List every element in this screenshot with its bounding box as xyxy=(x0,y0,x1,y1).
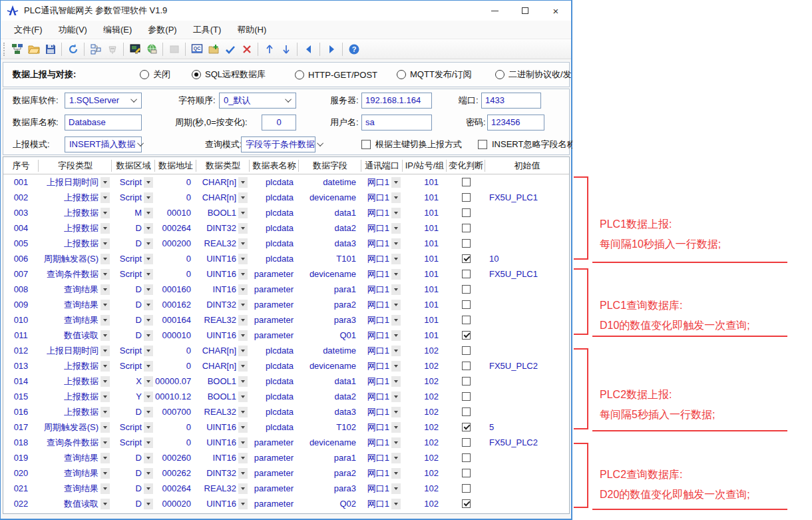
dropdown-button[interactable] xyxy=(144,407,153,417)
dropdown-button[interactable] xyxy=(144,254,153,264)
dropdown-button[interactable] xyxy=(144,453,153,463)
change-checkbox[interactable] xyxy=(462,285,471,294)
qc-monitor-icon[interactable]: QC xyxy=(188,41,205,57)
dropdown-button[interactable] xyxy=(101,453,110,463)
dropdown-button[interactable] xyxy=(101,269,110,280)
menu-item-function[interactable]: 功能(V) xyxy=(51,21,95,39)
dropdown-button[interactable] xyxy=(391,453,401,463)
change-checkbox[interactable] xyxy=(462,392,471,401)
server-input[interactable] xyxy=(361,93,432,109)
dropdown-button[interactable] xyxy=(144,315,153,326)
maximize-button[interactable] xyxy=(510,1,540,21)
dropdown-button[interactable] xyxy=(238,407,248,417)
menu-item-parameter[interactable]: 参数(P) xyxy=(140,21,184,39)
change-checkbox[interactable] xyxy=(462,377,471,386)
dropdown-button[interactable] xyxy=(144,269,153,280)
dropdown-button[interactable] xyxy=(238,254,248,264)
dropdown-button[interactable] xyxy=(101,391,110,402)
primary-key-switch-checkbox[interactable]: 根据主键切换上报方式 xyxy=(361,138,462,150)
dropdown-button[interactable] xyxy=(391,315,401,326)
dropdown-button[interactable] xyxy=(101,422,110,433)
dropdown-button[interactable] xyxy=(238,422,248,433)
dropdown-button[interactable] xyxy=(238,223,248,234)
change-checkbox[interactable] xyxy=(462,239,471,248)
dropdown-button[interactable] xyxy=(144,391,153,402)
dropdown-button[interactable] xyxy=(101,330,110,341)
dropdown-button[interactable] xyxy=(144,346,153,356)
delete-x-icon[interactable] xyxy=(238,41,255,57)
dropdown-button[interactable] xyxy=(144,300,153,310)
dropdown-button[interactable] xyxy=(144,422,153,433)
help-icon[interactable]: ? xyxy=(345,41,362,57)
change-checkbox[interactable] xyxy=(462,193,471,202)
dropdown-button[interactable] xyxy=(101,376,110,387)
change-checkbox[interactable] xyxy=(462,178,471,186)
change-checkbox[interactable] xyxy=(462,438,471,447)
change-checkbox[interactable] xyxy=(462,254,471,263)
radio-option-3[interactable]: MQTT发布/订阅 xyxy=(397,69,471,81)
change-checkbox[interactable] xyxy=(462,300,471,309)
change-checkbox[interactable] xyxy=(462,208,471,217)
dropdown-button[interactable] xyxy=(238,499,248,509)
dropdown-button[interactable] xyxy=(391,223,401,234)
change-checkbox[interactable] xyxy=(462,407,471,416)
save-icon[interactable] xyxy=(42,41,59,57)
dropdown-button[interactable] xyxy=(101,208,110,218)
change-checkbox[interactable] xyxy=(462,224,471,232)
dropdown-button[interactable] xyxy=(101,346,110,356)
dropdown-button[interactable] xyxy=(391,361,401,372)
change-checkbox[interactable] xyxy=(462,316,471,324)
dropdown-button[interactable] xyxy=(144,192,153,203)
dropdown-button[interactable] xyxy=(144,483,153,494)
dropdown-button[interactable] xyxy=(391,177,401,188)
db-name-input[interactable] xyxy=(65,115,142,130)
dropdown-button[interactable] xyxy=(238,300,248,310)
change-checkbox[interactable] xyxy=(462,484,471,493)
dropdown-button[interactable] xyxy=(238,284,248,295)
dropdown-button[interactable] xyxy=(391,238,401,249)
radio-option-2[interactable]: HTTP-GET/POST xyxy=(295,70,377,80)
dropdown-button[interactable] xyxy=(238,361,248,372)
dropdown-button[interactable] xyxy=(238,437,248,448)
change-checkbox[interactable] xyxy=(462,499,471,508)
dropdown-button[interactable] xyxy=(144,208,153,218)
dropdown-button[interactable] xyxy=(101,284,110,295)
dropdown-button[interactable] xyxy=(238,483,248,494)
dropdown-button[interactable] xyxy=(238,330,248,341)
refresh-icon[interactable] xyxy=(65,41,81,57)
dropdown-button[interactable] xyxy=(391,376,401,387)
open-folder-icon[interactable] xyxy=(25,41,42,57)
dropdown-button[interactable] xyxy=(101,315,110,326)
move-down-icon[interactable] xyxy=(278,41,294,57)
dropdown-button[interactable] xyxy=(391,300,401,310)
change-checkbox[interactable] xyxy=(462,423,471,431)
radio-option-1[interactable]: SQL远程数据库 xyxy=(192,69,266,81)
dropdown-button[interactable] xyxy=(238,238,248,249)
change-checkbox[interactable] xyxy=(462,453,471,462)
dropdown-button[interactable] xyxy=(144,177,153,188)
dropdown-button[interactable] xyxy=(144,284,153,295)
dropdown-button[interactable] xyxy=(144,468,153,479)
dropdown-button[interactable] xyxy=(238,346,248,356)
minimize-button[interactable] xyxy=(479,1,510,21)
dropdown-button[interactable] xyxy=(101,223,110,234)
dropdown-button[interactable] xyxy=(391,346,401,356)
dropdown-button[interactable] xyxy=(391,407,401,417)
globe-sync-icon[interactable] xyxy=(143,41,160,57)
dropdown-button[interactable] xyxy=(101,499,110,509)
dropdown-button[interactable] xyxy=(238,192,248,203)
dropdown-button[interactable] xyxy=(391,483,401,494)
menu-item-tool[interactable]: 工具(T) xyxy=(185,21,230,39)
dropdown-button[interactable] xyxy=(391,192,401,203)
dropdown-button[interactable] xyxy=(144,361,153,372)
port-input[interactable] xyxy=(481,93,541,109)
change-checkbox[interactable] xyxy=(462,469,471,477)
dropdown-button[interactable] xyxy=(144,238,153,249)
dropdown-button[interactable] xyxy=(391,391,401,402)
dropdown-button[interactable] xyxy=(101,192,110,203)
dropdown-button[interactable] xyxy=(144,330,153,341)
topology-icon[interactable] xyxy=(87,41,104,57)
dropdown-button[interactable] xyxy=(144,223,153,234)
dropdown-button[interactable] xyxy=(101,300,110,310)
dropdown-button[interactable] xyxy=(391,499,401,509)
